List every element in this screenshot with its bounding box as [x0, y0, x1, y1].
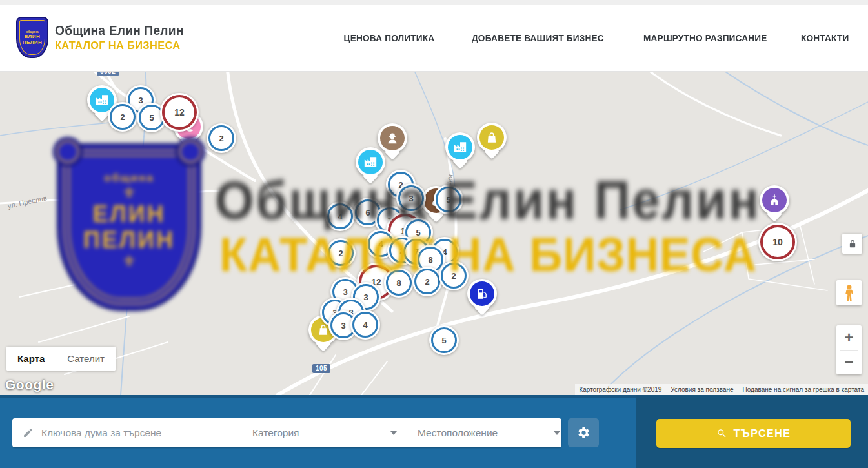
- map-type-satellite-button[interactable]: Сателит: [56, 347, 116, 371]
- crest-name-line1: ЕЛИН: [25, 34, 40, 39]
- terms-link[interactable]: Условия за ползване: [671, 386, 733, 393]
- church-icon-pin[interactable]: [760, 185, 789, 215]
- map-copyright: Картографски данни ©2019: [579, 386, 661, 393]
- fuel-pump-icon-pin[interactable]: [467, 279, 497, 309]
- cluster-marker[interactable]: 10: [758, 223, 797, 261]
- factory-icon-pin[interactable]: [356, 147, 385, 177]
- google-logo[interactable]: Google: [5, 377, 54, 392]
- factory-icon-pin[interactable]: [445, 132, 475, 162]
- municipality-crest-logo: община ЕЛИН ПЕЛИН: [16, 17, 48, 58]
- main-nav: ЦЕНОВА ПОЛИТИКА ДОБАВЕТЕ ВАШИЯТ БИЗНЕС М…: [338, 5, 852, 71]
- map-type-control: Карта Сателит: [6, 347, 116, 371]
- site-logo[interactable]: община ЕЛИН ПЕЛИН Община Елин Пелин КАТА…: [16, 17, 189, 58]
- map-attribution: Картографски данни ©2019 Условия за полз…: [575, 384, 868, 395]
- cluster-marker[interactable]: 5: [434, 185, 463, 214]
- page: 6002 105 ул. Преслав бул. „Новосел ции 3…: [0, 0, 868, 468]
- nav-add-business-link[interactable]: ДОБАВЕТЕ ВАШИЯТ БИЗНЕС: [472, 32, 604, 44]
- cluster-marker[interactable]: 3: [396, 183, 426, 213]
- site-subtitle: КАТАЛОГ НА БИЗНЕСА: [55, 39, 183, 52]
- road-number-label: 105: [312, 364, 330, 373]
- header: община ЕЛИН ПЕЛИН Община Елин Пелин КАТА…: [0, 5, 868, 72]
- cluster-marker[interactable]: 4: [350, 310, 380, 340]
- search-button[interactable]: ТЪРСЕНЕ: [656, 419, 851, 448]
- road-number-label: 6002: [97, 71, 119, 76]
- site-title: Община Елин Пелин: [55, 23, 183, 38]
- keyword-input[interactable]: [40, 427, 242, 440]
- lock-icon: [847, 238, 858, 250]
- pegman-icon: [840, 283, 859, 303]
- gear-icon: [577, 426, 590, 440]
- search-button-label: ТЪРСЕНЕ: [734, 428, 791, 440]
- cluster-marker[interactable]: 12: [160, 93, 199, 132]
- nav-pricing-link[interactable]: ЦЕНОВА ПОЛИТИКА: [344, 32, 435, 44]
- cluster-marker[interactable]: 8: [384, 268, 414, 298]
- map-type-map-button[interactable]: Карта: [6, 347, 56, 371]
- search-panel: Категория Местоположение ТЪРСЕНЕ: [0, 395, 868, 468]
- chevron-down-icon: [554, 431, 560, 435]
- crest-name-line2: ПЕЛИН: [23, 39, 43, 45]
- location-select-label: Местоположение: [418, 427, 498, 439]
- report-error-link[interactable]: Подаване на сигнал за грешка в картата: [743, 386, 864, 393]
- cluster-marker[interactable]: 2: [108, 102, 137, 132]
- cluster-marker[interactable]: 4: [325, 201, 355, 231]
- zoom-control: + −: [836, 325, 862, 374]
- cluster-marker[interactable]: 2: [207, 123, 236, 153]
- top-strip: [0, 0, 868, 5]
- search-settings-button[interactable]: [568, 418, 599, 447]
- location-select[interactable]: Местоположение: [407, 418, 570, 447]
- search-bar: Категория Местоположение: [12, 418, 561, 447]
- cluster-marker[interactable]: 2: [439, 261, 469, 290]
- category-select-label: Категория: [252, 427, 299, 439]
- street-view-pegman-button[interactable]: [836, 280, 862, 305]
- chevron-down-icon: [390, 431, 397, 435]
- zoom-in-button[interactable]: +: [836, 325, 862, 350]
- cluster-marker[interactable]: 5: [429, 325, 459, 355]
- construction-worker-icon-pin[interactable]: [378, 123, 407, 153]
- pencil-icon: [23, 427, 34, 438]
- lock-button[interactable]: [842, 234, 862, 254]
- nav-contacts-link[interactable]: КОНТАКТИ: [801, 32, 849, 44]
- cluster-marker[interactable]: 2: [326, 238, 356, 268]
- search-icon: [716, 428, 727, 439]
- shopping-bag-icon-pin[interactable]: [477, 123, 507, 152]
- keyword-field[interactable]: [12, 418, 242, 447]
- zoom-out-button[interactable]: −: [836, 351, 862, 375]
- cluster-marker[interactable]: 2: [412, 267, 442, 296]
- category-select[interactable]: Категория: [242, 418, 407, 447]
- nav-route-schedule-link[interactable]: МАРШРУТНО РАЗПИСАНИЕ: [643, 32, 767, 44]
